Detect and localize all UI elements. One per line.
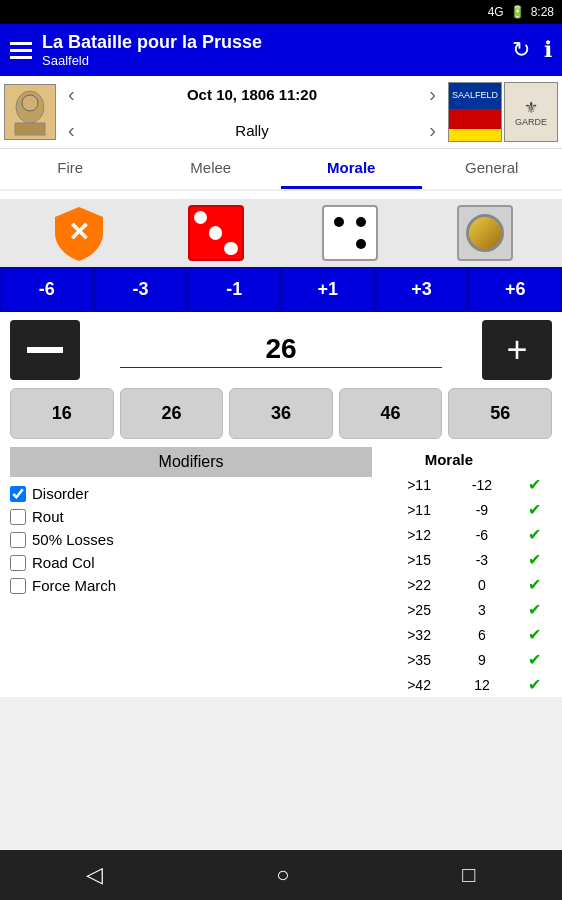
mod-minus3-button[interactable]: -3 [94, 267, 188, 312]
menu-button[interactable] [10, 42, 32, 59]
losses-checkbox[interactable] [10, 532, 26, 548]
modifier-rout: Rout [10, 508, 372, 525]
check-icon: ✔ [528, 651, 541, 668]
counter-value: 26 [265, 333, 296, 365]
battery-icon: 🔋 [510, 5, 525, 19]
check-cell: ✔ [512, 672, 558, 697]
right-panel: Morale >11 -12 ✔ >11 -9 ✔ >12 -6 ✔ >15 -… [382, 447, 562, 697]
modifiers-header: Modifiers [10, 447, 372, 477]
modifier-disorder: Disorder [10, 485, 372, 502]
back-button[interactable]: ◁ [86, 862, 103, 888]
rout-checkbox[interactable] [10, 509, 26, 525]
value-cell: -9 [452, 497, 512, 522]
disorder-checkbox[interactable] [10, 486, 26, 502]
plus-button[interactable]: + [482, 320, 552, 380]
check-icon: ✔ [528, 676, 541, 693]
value-cell: 9 [452, 647, 512, 672]
flag-image-2: ⚜ GARDE [504, 82, 558, 142]
quick-val-46[interactable]: 46 [339, 388, 443, 439]
tab-general[interactable]: General [422, 149, 563, 189]
counter-underline [120, 367, 442, 368]
check-icon: ✔ [528, 526, 541, 543]
app-subtitle: Saalfeld [42, 53, 502, 68]
check-icon: ✔ [528, 476, 541, 493]
mod-plus1-button[interactable]: +1 [281, 267, 375, 312]
check-icon: ✔ [528, 576, 541, 593]
threshold-cell: >11 [386, 497, 452, 522]
status-bar: 4G 🔋 8:28 [0, 0, 562, 24]
signal-text: 4G [488, 5, 504, 19]
value-cell: 12 [452, 672, 512, 697]
minus-button[interactable] [10, 320, 80, 380]
forcemarch-label: Force March [32, 577, 116, 594]
app-header: La Bataille pour la Prusse Saalfeld ↻ ℹ [0, 24, 562, 76]
app-title: La Bataille pour la Prusse [42, 32, 502, 53]
home-button[interactable]: ○ [276, 862, 289, 888]
minus-icon [27, 347, 63, 353]
counter-row: 26 + [0, 312, 562, 388]
quick-val-36[interactable]: 36 [229, 388, 333, 439]
quick-val-26[interactable]: 26 [120, 388, 224, 439]
morale-table-header: Morale [386, 447, 512, 472]
value-cell: 6 [452, 622, 512, 647]
unit-image [4, 84, 56, 140]
shield-icon: ✕ [49, 203, 109, 263]
svg-text:✕: ✕ [68, 217, 90, 247]
date-display: Oct 10, 1806 11:20 [83, 86, 422, 103]
phase-next-button[interactable]: › [421, 119, 444, 142]
rout-label: Rout [32, 508, 64, 525]
value-cell: -6 [452, 522, 512, 547]
check-icon: ✔ [528, 551, 541, 568]
value-cell: -3 [452, 547, 512, 572]
check-cell: ✔ [512, 647, 558, 672]
roadcol-checkbox[interactable] [10, 555, 26, 571]
check-cell: ✔ [512, 622, 558, 647]
tab-fire[interactable]: Fire [0, 149, 141, 189]
check-icon: ✔ [528, 626, 541, 643]
modifier-roadcol: Road Col [10, 554, 372, 571]
value-cell: 3 [452, 597, 512, 622]
tab-bar: Fire Melee Morale General [0, 149, 562, 191]
info-icon[interactable]: ℹ [544, 37, 552, 63]
white-die [322, 205, 378, 261]
recents-button[interactable]: □ [462, 862, 475, 888]
date-row: ‹ Oct 10, 1806 11:20 › [60, 76, 444, 112]
phase-prev-button[interactable]: ‹ [60, 119, 83, 142]
main-split: Modifiers Disorder Rout 50% Losses Road … [0, 447, 562, 697]
threshold-cell: >35 [386, 647, 452, 672]
threshold-cell: >22 [386, 572, 452, 597]
main-content: ✕ [0, 191, 562, 697]
table-row: >11 -12 ✔ [386, 472, 558, 497]
table-row: >15 -3 ✔ [386, 547, 558, 572]
tab-melee[interactable]: Melee [141, 149, 282, 189]
counter-value-wrap: 26 [80, 333, 482, 368]
mod-minus1-button[interactable]: -1 [187, 267, 281, 312]
dice-row: ✕ [0, 199, 562, 267]
threshold-cell: >25 [386, 597, 452, 622]
svg-point-2 [22, 95, 38, 111]
check-cell: ✔ [512, 472, 558, 497]
threshold-cell: >32 [386, 622, 452, 647]
left-panel: Modifiers Disorder Rout 50% Losses Road … [0, 447, 382, 697]
bottom-navigation: ◁ ○ □ [0, 850, 562, 900]
refresh-icon[interactable]: ↻ [512, 37, 530, 63]
disorder-label: Disorder [32, 485, 89, 502]
table-row: >11 -9 ✔ [386, 497, 558, 522]
quick-val-16[interactable]: 16 [10, 388, 114, 439]
date-next-button[interactable]: › [421, 83, 444, 106]
header-icons: ↻ ℹ [512, 37, 552, 63]
quick-val-56[interactable]: 56 [448, 388, 552, 439]
quick-values: 16 26 36 46 56 [0, 388, 562, 447]
nav-content: ‹ Oct 10, 1806 11:20 › ‹ Rally › [60, 76, 444, 148]
mod-plus6-button[interactable]: +6 [468, 267, 562, 312]
mod-minus6-button[interactable]: -6 [0, 267, 94, 312]
date-prev-button[interactable]: ‹ [60, 83, 83, 106]
forcemarch-checkbox[interactable] [10, 578, 26, 594]
check-icon: ✔ [528, 601, 541, 618]
time-display: 8:28 [531, 5, 554, 19]
check-cell: ✔ [512, 497, 558, 522]
value-cell: -12 [452, 472, 512, 497]
value-cell: 0 [452, 572, 512, 597]
tab-morale[interactable]: Morale [281, 149, 422, 189]
mod-plus3-button[interactable]: +3 [375, 267, 469, 312]
